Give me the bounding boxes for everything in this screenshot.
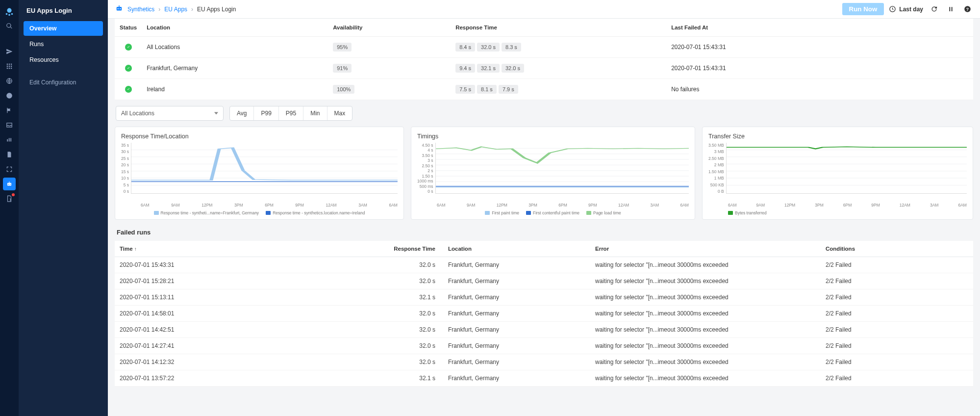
pause-icon[interactable] bbox=[945, 3, 956, 15]
send-icon[interactable] bbox=[3, 45, 16, 58]
table-row[interactable]: 2020-07-01 15:43:31 32.0 s Frankfurt, Ge… bbox=[115, 257, 973, 273]
svg-point-5 bbox=[6, 93, 12, 99]
cell-error: waiting for selector "[n...imeout 30000m… bbox=[590, 273, 821, 289]
crumb-euapps[interactable]: EU Apps bbox=[164, 6, 187, 13]
inbox-icon[interactable] bbox=[3, 119, 16, 131]
chart-response-time: Response Time/Location 35 s30 s25 s20 s1… bbox=[115, 127, 404, 220]
cell-location: Frankfurt, Germany bbox=[443, 338, 590, 354]
table-row[interactable]: 2020-07-01 14:58:01 32.0 s Frankfurt, Ge… bbox=[115, 306, 973, 322]
sidebar-item-runs[interactable]: Runs bbox=[24, 37, 103, 52]
chart-title: Transfer Size bbox=[708, 133, 967, 140]
svg-rect-9 bbox=[117, 7, 122, 11]
cell-location: All Locations bbox=[142, 37, 328, 58]
cell-conditions: 2/2 Failed bbox=[821, 338, 973, 354]
svg-point-7 bbox=[8, 184, 9, 185]
availability-badge: 100% bbox=[333, 85, 354, 94]
grid-icon[interactable] bbox=[3, 60, 16, 73]
col-response-time[interactable]: Response Time bbox=[379, 241, 443, 257]
refresh-icon[interactable] bbox=[928, 3, 940, 15]
cell-location: Frankfurt, Germany bbox=[443, 370, 590, 387]
cell-error: waiting for selector "[n...imeout 30000m… bbox=[590, 289, 821, 306]
cell-rt: 32.0 s bbox=[379, 338, 443, 354]
sidebar-item-overview[interactable]: Overview bbox=[24, 21, 103, 36]
svg-text:?: ? bbox=[966, 7, 968, 12]
sidebar: EU Apps Login Overview Runs Resources Ed… bbox=[19, 0, 108, 416]
stat-avg[interactable]: Avg bbox=[230, 106, 254, 120]
search-icon[interactable] bbox=[3, 20, 16, 32]
rt-badge: 7.5 s bbox=[455, 85, 475, 94]
help-icon[interactable]: ? bbox=[961, 3, 973, 15]
table-row[interactable]: All Locations 95% 8.4 s32.0 s8.3 s 2020-… bbox=[115, 37, 973, 58]
crumb-synthetics[interactable]: Synthetics bbox=[127, 6, 154, 13]
col-location[interactable]: Location bbox=[443, 241, 590, 257]
cell-rt: 32.1 s bbox=[379, 289, 443, 306]
file-icon[interactable] bbox=[3, 148, 16, 161]
cell-time: 2020-07-01 15:28:21 bbox=[115, 273, 379, 289]
legend-item: Bytes transferred bbox=[735, 210, 767, 215]
cell-error: waiting for selector "[n...imeout 30000m… bbox=[590, 306, 821, 322]
expand-icon[interactable] bbox=[3, 163, 16, 176]
breadcrumb: Synthetics › EU Apps › EU Apps Login bbox=[115, 4, 837, 14]
sidebar-edit-configuration[interactable]: Edit Configuration bbox=[24, 75, 103, 90]
cell-error: waiting for selector "[n...imeout 30000m… bbox=[590, 354, 821, 370]
status-ok-icon bbox=[125, 44, 132, 51]
table-row[interactable]: Frankfurt, Germany 91% 9.4 s32.1 s32.0 s… bbox=[115, 58, 973, 79]
svg-point-1 bbox=[6, 13, 8, 15]
time-range-picker[interactable]: Last day bbox=[889, 5, 923, 13]
flag-icon[interactable] bbox=[3, 104, 16, 117]
table-row[interactable]: 2020-07-01 14:27:41 32.0 s Frankfurt, Ge… bbox=[115, 338, 973, 354]
col-conditions[interactable]: Conditions bbox=[821, 241, 973, 257]
chart-transfer-size: Transfer Size 3.50 MB3 MB2.50 MB2 MB1.50… bbox=[702, 127, 973, 220]
stat-max[interactable]: Max bbox=[327, 106, 352, 120]
cell-time: 2020-07-01 13:57:22 bbox=[115, 370, 379, 387]
cell-error: waiting for selector "[n...imeout 30000m… bbox=[590, 338, 821, 354]
bars-icon[interactable] bbox=[3, 133, 16, 146]
table-row[interactable]: 2020-07-01 14:12:32 32.0 s Frankfurt, Ge… bbox=[115, 354, 973, 370]
cell-last-failed: 2020-07-01 15:43:31 bbox=[666, 58, 973, 79]
globe-icon[interactable] bbox=[3, 75, 16, 87]
stat-min[interactable]: Min bbox=[303, 106, 327, 120]
rt-badge: 8.1 s bbox=[477, 85, 497, 94]
rt-badge: 32.1 s bbox=[477, 64, 500, 73]
col-error[interactable]: Error bbox=[590, 241, 821, 257]
table-row[interactable]: 2020-07-01 14:42:51 32.0 s Frankfurt, Ge… bbox=[115, 322, 973, 338]
legend-item: Page load time bbox=[593, 210, 621, 215]
rt-badge: 8.4 s bbox=[455, 43, 475, 52]
cell-location: Frankfurt, Germany bbox=[443, 322, 590, 338]
cell-conditions: 2/2 Failed bbox=[821, 370, 973, 387]
cell-rt: 32.1 s bbox=[379, 370, 443, 387]
info-icon[interactable] bbox=[3, 89, 16, 102]
legend-item: First contentful paint time bbox=[533, 210, 579, 215]
cell-location: Ireland bbox=[142, 79, 328, 100]
stat-p95[interactable]: P95 bbox=[279, 106, 303, 120]
legend-item: Response time - synthetics.location.name… bbox=[273, 210, 365, 215]
summary-table: Status Location Availability Response Ti… bbox=[115, 19, 973, 100]
filter-row: All Locations AvgP99P95MinMax bbox=[115, 100, 973, 127]
availability-badge: 91% bbox=[333, 64, 352, 73]
export-icon[interactable] bbox=[3, 192, 16, 205]
stat-p99[interactable]: P99 bbox=[254, 106, 278, 120]
cell-rt: 32.0 s bbox=[379, 322, 443, 338]
col-availability: Availability bbox=[328, 19, 451, 37]
robot-icon bbox=[115, 4, 124, 14]
rt-badge: 32.0 s bbox=[502, 64, 524, 73]
table-row[interactable]: 2020-07-01 13:57:22 32.1 s Frankfurt, Ge… bbox=[115, 370, 973, 387]
table-row[interactable]: Ireland 100% 7.5 s8.1 s7.9 s No failures bbox=[115, 79, 973, 100]
robot-icon[interactable] bbox=[3, 178, 16, 190]
run-now-button[interactable]: Run Now bbox=[842, 3, 884, 15]
topbar: Synthetics › EU Apps › EU Apps Login Run… bbox=[108, 0, 980, 19]
table-row[interactable]: 2020-07-01 15:13:11 32.1 s Frankfurt, Ge… bbox=[115, 289, 973, 306]
rt-badge: 8.3 s bbox=[502, 43, 521, 52]
sidebar-item-resources[interactable]: Resources bbox=[24, 52, 103, 67]
cell-location: Frankfurt, Germany bbox=[142, 58, 328, 79]
legend-item: First paint time bbox=[492, 210, 519, 215]
chevron-right-icon: › bbox=[191, 6, 193, 13]
table-row[interactable]: 2020-07-01 15:28:21 32.0 s Frankfurt, Ge… bbox=[115, 273, 973, 289]
logo-icon[interactable] bbox=[3, 5, 16, 18]
cell-conditions: 2/2 Failed bbox=[821, 322, 973, 338]
col-time[interactable]: Time ↑ bbox=[115, 241, 379, 257]
iconbar bbox=[0, 0, 19, 416]
cell-last-failed: No failures bbox=[666, 79, 973, 100]
location-select[interactable]: All Locations bbox=[116, 106, 224, 121]
cell-time: 2020-07-01 14:42:51 bbox=[115, 322, 379, 338]
